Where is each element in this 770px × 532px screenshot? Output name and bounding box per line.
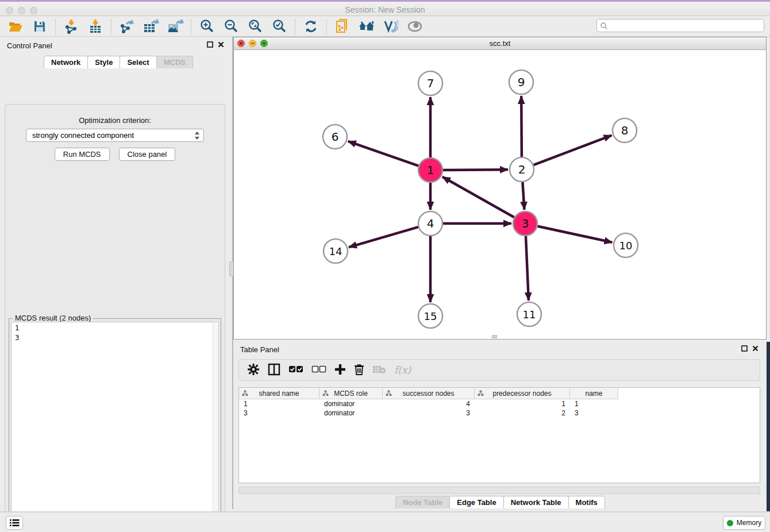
table-body: 1dominator4113dominator323 bbox=[239, 399, 760, 418]
mcds-result-area[interactable]: 1 3 bbox=[11, 322, 219, 532]
add-row-button[interactable] bbox=[334, 364, 346, 377]
table-toolbar: f(x) bbox=[238, 359, 760, 381]
edge-2-3[interactable] bbox=[522, 182, 524, 210]
select-all-button[interactable] bbox=[288, 365, 303, 375]
zoom-selected-icon bbox=[272, 19, 287, 36]
float-panel-icon[interactable] bbox=[207, 41, 213, 48]
zoom-fit-button[interactable] bbox=[243, 18, 267, 36]
tab-motifs[interactable]: Motifs bbox=[568, 496, 605, 508]
graph-node-4[interactable]: 4 bbox=[418, 211, 442, 236]
network-canvas[interactable]: 7968124314101511 bbox=[234, 50, 766, 339]
float-table-panel-icon[interactable] bbox=[741, 345, 748, 352]
close-table-panel-icon[interactable] bbox=[752, 345, 759, 352]
graph-node-15[interactable]: 15 bbox=[418, 304, 442, 328]
table-row[interactable]: 1dominator411 bbox=[239, 399, 760, 408]
graph-node-8[interactable]: 8 bbox=[613, 118, 637, 142]
table-panel-title: Table Panel bbox=[240, 345, 279, 354]
run-mcds-button[interactable]: Run MCDS bbox=[55, 148, 110, 161]
node-label: 15 bbox=[424, 310, 437, 322]
function-builder-button[interactable]: f(x) bbox=[394, 364, 411, 376]
table-cell: 2 bbox=[475, 408, 570, 418]
graph-node-3[interactable]: 3 bbox=[513, 211, 537, 236]
graph-node-10[interactable]: 10 bbox=[614, 233, 638, 257]
edge-2-9[interactable] bbox=[521, 96, 522, 157]
refresh-layout-button[interactable] bbox=[299, 18, 323, 36]
search-input[interactable] bbox=[608, 22, 764, 30]
function-builder-icon: f(x) bbox=[394, 364, 411, 376]
column-header-predecessor-nodes[interactable]: predecessor nodes bbox=[475, 388, 570, 399]
zoom-selected-button[interactable] bbox=[267, 18, 291, 36]
export-image-button[interactable] bbox=[163, 18, 187, 36]
import-table-button[interactable] bbox=[83, 18, 107, 36]
deselect-all-button[interactable] bbox=[311, 365, 326, 375]
memory-label: Memory bbox=[737, 519, 761, 527]
edge-3-1[interactable] bbox=[442, 177, 514, 217]
edge-3-10[interactable] bbox=[538, 226, 613, 242]
search-box[interactable] bbox=[596, 19, 764, 32]
optimization-criterion-dropdown[interactable]: strongly connected component bbox=[26, 129, 204, 142]
tab-node-table[interactable]: Node Table bbox=[395, 496, 450, 508]
zoom-out-button[interactable] bbox=[219, 18, 243, 36]
tab-style[interactable]: Style bbox=[87, 56, 120, 68]
vizmapper-button[interactable] bbox=[379, 18, 403, 36]
export-network-button[interactable] bbox=[115, 18, 139, 36]
network-window-titlebar[interactable]: scc.txt bbox=[234, 37, 766, 50]
network-snapshot-button[interactable] bbox=[330, 18, 355, 36]
result-scrollbar[interactable] bbox=[213, 323, 218, 532]
graph-node-7[interactable]: 7 bbox=[418, 71, 442, 95]
table-cell: 3 bbox=[239, 408, 319, 418]
edge-4-14[interactable] bbox=[349, 227, 418, 247]
hide-panel-button[interactable] bbox=[403, 18, 427, 36]
delete-row-button[interactable] bbox=[354, 363, 364, 377]
home-layout-button[interactable] bbox=[355, 18, 379, 36]
graph-node-14[interactable]: 14 bbox=[324, 239, 348, 263]
delete-row-icon bbox=[354, 363, 364, 377]
dropdown-stepper-icon bbox=[194, 131, 200, 140]
tab-edge-table[interactable]: Edge Table bbox=[449, 496, 503, 508]
zoom-in-button[interactable] bbox=[195, 18, 219, 36]
edge-1-6[interactable] bbox=[348, 141, 419, 166]
graph-node-1[interactable]: 1 bbox=[418, 158, 442, 182]
titlebar: Session: New Session bbox=[0, 0, 770, 16]
column-header-shared-name[interactable]: shared name bbox=[239, 388, 319, 399]
table-cell: dominator bbox=[319, 408, 383, 418]
close-panel-icon[interactable] bbox=[218, 41, 224, 48]
tab-mcds[interactable]: MCDS bbox=[156, 56, 193, 68]
graph-node-6[interactable]: 6 bbox=[323, 125, 347, 149]
edge-1-2[interactable] bbox=[443, 169, 508, 170]
column-header-successor-nodes[interactable]: successor nodes bbox=[383, 388, 475, 399]
table-row[interactable]: 3dominator323 bbox=[239, 408, 760, 418]
network-window-title: scc.txt bbox=[234, 39, 766, 48]
edge-3-11[interactable] bbox=[526, 236, 529, 300]
show-columns-button[interactable] bbox=[268, 363, 280, 377]
zoom-out-icon bbox=[224, 19, 238, 36]
graph-node-9[interactable]: 9 bbox=[509, 70, 533, 94]
open-file-icon bbox=[8, 20, 23, 35]
task-history-button[interactable] bbox=[6, 516, 23, 530]
export-table-button[interactable] bbox=[139, 18, 163, 36]
column-header-MCDS-role[interactable]: MCDS role bbox=[319, 388, 383, 399]
edge-2-8[interactable] bbox=[534, 136, 612, 165]
memory-button[interactable]: Memory bbox=[723, 516, 765, 530]
network-graph[interactable]: 7968124314101511 bbox=[234, 50, 766, 339]
column-header-name[interactable]: name bbox=[570, 388, 618, 399]
table-cell: 4 bbox=[383, 399, 475, 408]
delete-table-button[interactable] bbox=[372, 364, 386, 376]
node-table[interactable]: shared nameMCDS rolesuccessor nodesprede… bbox=[238, 387, 760, 483]
close-panel-button[interactable]: Close panel bbox=[119, 148, 176, 161]
tab-network[interactable]: Network bbox=[44, 56, 88, 68]
delete-table-icon bbox=[372, 364, 386, 376]
graph-node-2[interactable]: 2 bbox=[510, 157, 534, 182]
graph-node-11[interactable]: 11 bbox=[517, 302, 541, 326]
tab-network-table[interactable]: Network Table bbox=[503, 496, 569, 508]
save-session-button[interactable] bbox=[28, 18, 52, 36]
node-label: 7 bbox=[427, 76, 434, 90]
tab-select[interactable]: Select bbox=[120, 56, 156, 68]
canvas-resize-handle[interactable] bbox=[492, 335, 497, 338]
table-settings-button[interactable] bbox=[247, 363, 260, 377]
table-horizontal-scrollbar[interactable] bbox=[238, 487, 760, 494]
hide-panel-icon bbox=[407, 21, 423, 34]
import-network-button[interactable] bbox=[59, 18, 83, 36]
open-file-button[interactable] bbox=[3, 18, 28, 36]
node-label: 6 bbox=[332, 130, 339, 144]
